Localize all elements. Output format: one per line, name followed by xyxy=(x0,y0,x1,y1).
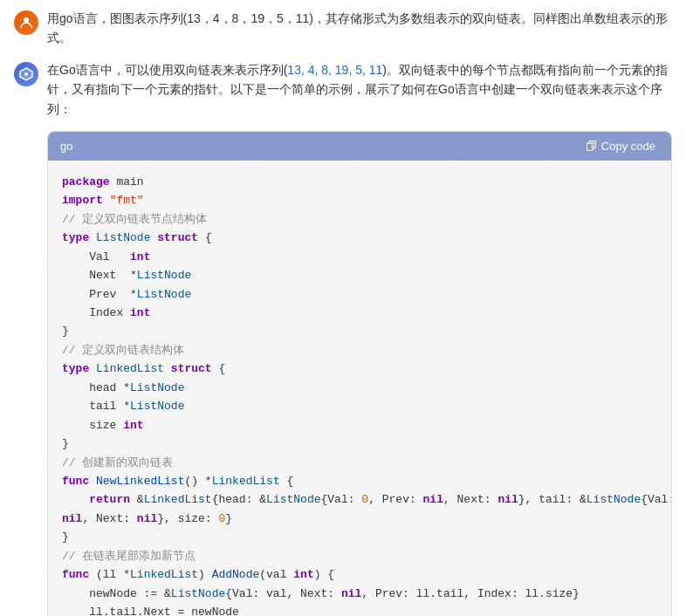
copy-icon: 🗍 xyxy=(586,140,597,153)
code-line: } xyxy=(62,322,657,340)
code-language-label: go xyxy=(60,140,72,153)
code-line: Prev *ListNode xyxy=(62,285,657,304)
code-line: package main xyxy=(62,173,657,191)
code-line: Val int xyxy=(62,248,657,266)
code-block: go 🗍 Copy code package main import "fmt"… xyxy=(47,131,672,616)
code-line: // 定义双向链表结构体 xyxy=(62,341,657,359)
copy-label: Copy code xyxy=(601,140,655,153)
code-line: type ListNode struct { xyxy=(62,229,657,247)
code-line: nil, Next: nil}, size: 0} xyxy=(62,510,657,528)
code-line: newNode := &ListNode{Val: val, Next: nil… xyxy=(62,585,657,603)
user-message-text: 用go语言，图图表示序列(13，4，8，19，5，11)，其存储形式为多数组表示… xyxy=(47,9,672,48)
code-line: Next *ListNode xyxy=(62,266,657,284)
main-container: 用go语言，图图表示序列(13，4，8，19，5，11)，其存储形式为多数组表示… xyxy=(0,0,686,616)
svg-point-0 xyxy=(24,17,29,23)
code-line: head *ListNode xyxy=(62,379,657,397)
copy-code-button[interactable]: 🗍 Copy code xyxy=(582,138,659,154)
code-line: // 创建新的双向链表 xyxy=(62,454,657,472)
code-line: tail *ListNode xyxy=(62,397,657,415)
svg-point-2 xyxy=(24,72,28,76)
ai-message-row: 在Go语言中，可以使用双向链表来表示序列(13, 4, 8, 19, 5, 11… xyxy=(14,60,672,119)
code-line: import "fmt" xyxy=(62,191,657,209)
code-line: type LinkedList struct { xyxy=(62,359,657,378)
code-line: // 定义双向链表节点结构体 xyxy=(62,210,657,229)
code-header: go 🗍 Copy code xyxy=(48,132,671,161)
code-line: size int xyxy=(62,416,657,435)
code-line: Index int xyxy=(62,304,657,322)
ai-message-text: 在Go语言中，可以使用双向链表来表示序列(13, 4, 8, 19, 5, 11… xyxy=(47,60,672,119)
code-line: // 在链表尾部添加新节点 xyxy=(62,547,657,565)
ai-avatar xyxy=(14,62,38,86)
code-body: package main import "fmt" // 定义双向链表节点结构体… xyxy=(48,161,671,616)
user-avatar xyxy=(14,10,38,35)
code-line: return &LinkedList{head: &ListNode{Val: … xyxy=(62,490,657,509)
code-line: ll.tail.Next = newNode xyxy=(62,603,657,616)
user-message-row: 用go语言，图图表示序列(13，4，8，19，5，11)，其存储形式为多数组表示… xyxy=(14,9,672,48)
code-line: } xyxy=(62,528,657,546)
code-line: func (ll *LinkedList) AddNode(val int) { xyxy=(62,565,657,584)
code-line: } xyxy=(62,435,657,453)
code-line: func NewLinkedList() *LinkedList { xyxy=(62,472,657,490)
